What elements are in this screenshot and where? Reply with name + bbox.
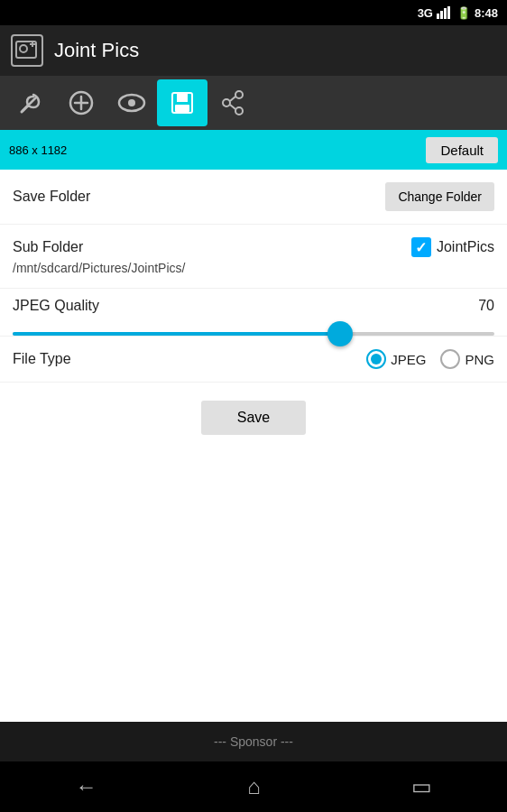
jpeg-quality-row: JPEG Quality 70 [0, 289, 507, 337]
share-icon [219, 89, 246, 116]
save-folder-row: Save Folder Change Folder [0, 170, 507, 225]
radio-jpeg-inner [371, 354, 382, 364]
sub-folder-label: Sub Folder [13, 239, 83, 255]
svg-point-5 [20, 45, 27, 52]
nav-bar: ← ⌂ ▭ [0, 761, 507, 812]
status-icons: 3G 🔋 8:48 [418, 6, 498, 20]
app-title: Joint Pics [54, 39, 139, 62]
empty-space [0, 453, 507, 751]
radio-png-outer[interactable] [440, 349, 460, 369]
add-circle-button[interactable] [56, 79, 106, 126]
sponsor-bar: --- Sponsor --- [0, 722, 507, 761]
file-type-label: File Type [13, 351, 71, 367]
file-type-radio-group: JPEG PNG [366, 349, 494, 369]
wifi-icon [437, 6, 453, 19]
slider-fill [13, 332, 340, 336]
back-button[interactable]: ← [57, 767, 115, 807]
content-area: Save Folder Change Folder Sub Folder Joi… [0, 170, 507, 751]
time-display: 8:48 [475, 6, 498, 20]
default-button[interactable]: Default [426, 137, 498, 163]
svg-rect-2 [444, 8, 447, 19]
info-bar: 886 x 1182 Default [0, 130, 507, 170]
signal-indicator: 3G [418, 6, 433, 20]
svg-line-20 [230, 97, 235, 101]
slider-thumb[interactable] [327, 321, 353, 346]
recent-button[interactable]: ▭ [393, 767, 450, 807]
save-area: Save [0, 383, 507, 453]
toolbar [0, 76, 507, 130]
radio-jpeg[interactable]: JPEG [366, 349, 426, 369]
save-settings-button[interactable]: Save [201, 401, 306, 435]
eye-icon [117, 93, 146, 113]
svg-rect-0 [437, 14, 439, 19]
title-bar: Joint Pics [0, 25, 507, 76]
radio-png-label: PNG [465, 352, 494, 367]
svg-point-18 [235, 107, 243, 115]
share-button[interactable] [207, 79, 258, 126]
home-button[interactable]: ⌂ [229, 767, 279, 807]
add-circle-icon [68, 89, 95, 116]
svg-point-17 [235, 91, 243, 98]
eye-button[interactable] [106, 79, 157, 126]
save-button[interactable] [157, 79, 207, 126]
slider-track [13, 332, 494, 336]
file-type-row: File Type JPEG PNG [0, 337, 507, 383]
radio-png[interactable]: PNG [440, 349, 494, 369]
jpeg-quality-label: JPEG Quality [13, 298, 99, 314]
sub-folder-checkbox-label: JointPics [437, 239, 494, 255]
image-dimensions: 886 x 1182 [9, 143, 67, 157]
sub-folder-row: Sub Folder JointPics /mnt/sdcard/Picture… [0, 225, 507, 289]
sponsor-text: --- Sponsor --- [214, 734, 293, 749]
wrench-button[interactable] [5, 79, 56, 126]
jpeg-quality-slider-container[interactable] [13, 321, 494, 325]
sub-folder-checkbox-wrapper[interactable]: JointPics [411, 237, 494, 257]
quality-top: JPEG Quality 70 [13, 298, 494, 314]
sub-folder-top: Sub Folder JointPics [13, 237, 494, 257]
change-folder-button[interactable]: Change Folder [385, 182, 494, 211]
sub-folder-path: /mnt/sdcard/Pictures/JointPics/ [13, 261, 185, 275]
svg-rect-3 [447, 6, 450, 19]
svg-rect-15 [177, 93, 188, 102]
save-icon [169, 89, 196, 116]
svg-point-13 [128, 99, 135, 106]
svg-rect-16 [175, 105, 189, 112]
jpeg-quality-value: 70 [478, 298, 494, 314]
status-bar: 3G 🔋 8:48 [0, 0, 507, 25]
battery-icon: 🔋 [456, 6, 471, 20]
save-folder-label: Save Folder [13, 189, 90, 205]
app-icon [11, 34, 43, 67]
radio-jpeg-label: JPEG [391, 352, 426, 367]
svg-line-21 [230, 105, 235, 109]
radio-jpeg-outer[interactable] [366, 349, 386, 369]
wrench-icon [17, 89, 44, 116]
svg-point-19 [223, 99, 230, 106]
sub-folder-checkbox[interactable] [411, 237, 431, 257]
svg-rect-1 [440, 11, 443, 19]
svg-line-8 [22, 106, 28, 112]
